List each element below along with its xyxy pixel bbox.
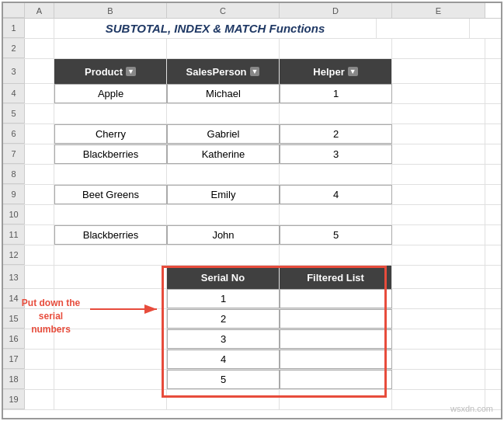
row-10: 10: [3, 205, 501, 225]
filter-icon-salesperson[interactable]: ▼: [250, 67, 260, 76]
cell-1a: [25, 19, 54, 38]
annotation-container: Put down the serialnumbers: [14, 297, 88, 336]
rows-area: 1 SUBTOTAL, INDEX & MATCH Functions 2 3 …: [3, 19, 501, 418]
cell-11b-product: Blackberries: [54, 225, 167, 245]
cell-8c: [167, 165, 280, 184]
header-product: Product ▼: [54, 59, 167, 84]
cell-12c: [167, 245, 280, 265]
row-2: 2: [3, 39, 501, 59]
col-header-b: B: [54, 3, 167, 18]
row-num-4: 4: [3, 84, 25, 103]
cell-18a: [25, 370, 54, 389]
cell-13a: [25, 266, 54, 289]
cell-15e: [392, 309, 485, 329]
cell-9d-helper: 4: [280, 185, 392, 204]
row-num-3: 3: [3, 59, 25, 84]
cell-2c: [167, 39, 280, 58]
row-12: 12: [3, 245, 501, 266]
header-salesperson: SalesPerson ▼: [167, 59, 280, 84]
column-headers: A B C D E: [3, 3, 501, 19]
cell-9a: [25, 185, 54, 204]
row-4: 4 Apple Michael 1: [3, 84, 501, 104]
cell-17a: [25, 350, 54, 369]
row-num-6: 6: [3, 124, 25, 144]
cell-12b: [54, 245, 167, 265]
header-serial-no: Serial No: [167, 266, 280, 289]
cell-13e: [392, 266, 485, 289]
cell-12e: [392, 245, 485, 265]
row-7: 7 Blackberries Katherine 3: [3, 144, 501, 165]
cell-2b: [54, 39, 167, 58]
row-18: 18 5: [3, 370, 501, 390]
cell-10d: [280, 205, 392, 224]
cell-4b-product: Apple: [54, 84, 167, 103]
cell-4c-salesperson: Michael: [167, 84, 280, 103]
cell-2d: [280, 39, 392, 58]
row-num-19: 19: [3, 390, 25, 409]
filter-icon-product[interactable]: ▼: [126, 67, 136, 76]
cell-6a: [25, 124, 54, 144]
cell-16e: [392, 329, 485, 349]
row-3: 3 Product ▼ SalesPerson ▼ Helper ▼: [3, 59, 501, 84]
cell-15c-serial: 2: [167, 309, 280, 329]
cell-3a: [25, 59, 54, 84]
cell-10a: [25, 205, 54, 224]
cell-19c: [167, 390, 280, 409]
row-num-7: 7: [3, 144, 25, 164]
cell-9b-product: Beet Greens: [54, 185, 167, 204]
header-helper-label: Helper: [313, 66, 344, 78]
cell-18d-filtered: [280, 370, 392, 389]
cell-18c-serial: 5: [167, 370, 280, 389]
row-11: 11 Blackberries John 5: [3, 225, 501, 245]
header-product-label: Product: [85, 66, 123, 78]
annotation-arrow-svg: [87, 300, 165, 318]
cell-8b: [54, 165, 167, 184]
cell-4d-helper: 1: [280, 84, 392, 103]
cell-15d-filtered: [280, 309, 392, 329]
cell-9e: [392, 185, 485, 204]
cell-19a: [25, 390, 54, 409]
row-num-18: 18: [3, 370, 25, 389]
cell-17e: [392, 350, 485, 369]
cell-1e: [377, 19, 470, 38]
cell-6e: [392, 124, 485, 144]
header-filtered-list: Filtered List: [280, 266, 392, 289]
filter-icon-helper[interactable]: ▼: [348, 67, 358, 76]
cell-16d-filtered: [280, 329, 392, 349]
title-cell: SUBTOTAL, INDEX & MATCH Functions: [54, 19, 377, 38]
cell-11d-helper: 5: [280, 225, 392, 245]
cell-11e: [392, 225, 485, 245]
cell-14d-filtered: [280, 289, 392, 308]
cell-14c-serial: 1: [167, 289, 280, 308]
cell-7d-helper: 3: [280, 144, 392, 164]
cell-5c: [167, 104, 280, 124]
cell-7b-product: Blackberries: [54, 144, 167, 164]
cell-17d-filtered: [280, 350, 392, 369]
col-header-d: D: [280, 3, 392, 18]
corner-cell: [3, 3, 25, 18]
col-header-e: E: [392, 3, 485, 18]
cell-8a: [25, 165, 54, 184]
cell-11c-salesperson: John: [167, 225, 280, 245]
cell-19d: [280, 390, 392, 409]
cell-2e: [392, 39, 485, 58]
cell-5e: [392, 104, 485, 124]
row-num-8: 8: [3, 165, 25, 184]
watermark: wsxdn.com: [450, 404, 493, 413]
row-num-17: 17: [3, 350, 25, 369]
row-num-13: 13: [3, 266, 25, 289]
annotation-text: Put down the serialnumbers: [14, 297, 88, 336]
header-salesperson-label: SalesPerson: [186, 66, 247, 78]
row-1: 1 SUBTOTAL, INDEX & MATCH Functions: [3, 19, 501, 39]
row-17: 17 4: [3, 350, 501, 370]
cell-2a: [25, 39, 54, 58]
cell-17b: [54, 350, 167, 369]
cell-7a: [25, 144, 54, 164]
cell-10e: [392, 205, 485, 224]
row-num-5: 5: [3, 104, 25, 124]
spreadsheet-container: A B C D E 1 SUBTOTAL, INDEX & MATCH Func…: [2, 2, 502, 419]
row-5: 5: [3, 104, 501, 124]
cell-19b: [54, 390, 167, 409]
row-num-9: 9: [3, 185, 25, 204]
cell-6b-product: Cherry: [54, 124, 167, 144]
